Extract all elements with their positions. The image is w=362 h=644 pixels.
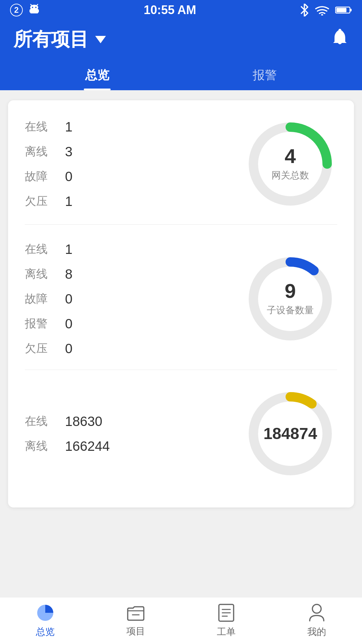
stat-row: 离线 3 (25, 144, 99, 159)
nav-item-project[interactable]: 项目 (90, 604, 181, 638)
header-title-group[interactable]: 所有项目 (13, 27, 106, 52)
gateway-donut-center: 4 网关总数 (272, 146, 309, 182)
bluetooth-icon (300, 4, 309, 16)
stat-row: 报警 0 (25, 316, 99, 331)
nav-label-workorder: 工单 (217, 626, 236, 638)
svg-rect-11 (336, 8, 346, 12)
sensor-chart: 184874 (243, 387, 337, 481)
svg-rect-1 (30, 9, 38, 13)
wifi-icon (315, 5, 329, 15)
nav-label-project: 项目 (126, 625, 145, 638)
stat-row: 故障 0 (25, 291, 99, 307)
stat-row: 离线 8 (25, 266, 99, 282)
tab-alarm[interactable]: 报警 (181, 59, 349, 90)
gateway-chart: 4 网关总数 (243, 117, 337, 211)
status-bar: 2 10:55 AM (0, 0, 362, 20)
status-time: 10:55 AM (144, 3, 196, 17)
sensor-donut-center: 184874 (263, 426, 317, 442)
gateway-section: 在线 1 离线 3 故障 0 欠压 1 (8, 100, 354, 224)
nav-item-workorder[interactable]: 工单 (181, 603, 272, 638)
nav-label-mine: 我的 (307, 626, 326, 638)
person-icon (308, 603, 325, 622)
bell-icon[interactable] (331, 28, 349, 51)
status-bar-right (300, 4, 352, 16)
header-title-row: 所有项目 (13, 27, 349, 59)
gateway-stats: 在线 1 离线 3 故障 0 欠压 1 (25, 119, 99, 209)
folder-icon (126, 604, 145, 622)
stat-row: 在线 18630 (25, 414, 110, 429)
main-content: 在线 1 离线 3 故障 0 欠压 1 (0, 90, 362, 518)
android-icon (28, 4, 40, 16)
tab-bar: 总览 报警 (13, 59, 349, 90)
svg-point-2 (32, 7, 33, 8)
subdevice-chart: 9 子设备数量 (243, 252, 337, 346)
bottom-nav: 总览 项目 工单 我的 (0, 597, 362, 644)
stat-row: 欠压 1 (25, 194, 99, 209)
nav-item-mine[interactable]: 我的 (272, 603, 362, 638)
subdevice-section: 在线 1 离线 8 故障 0 报警 0 欠压 0 (8, 225, 354, 370)
svg-line-4 (31, 4, 32, 5)
pie-icon (36, 603, 55, 622)
list-icon (218, 603, 235, 622)
status-bar-left: 2 (10, 4, 40, 16)
header: 所有项目 总览 报警 (0, 20, 362, 90)
subdevice-donut-center: 9 子设备数量 (267, 281, 314, 317)
svg-point-3 (35, 7, 37, 8)
svg-point-12 (339, 29, 341, 32)
nav-label-overview: 总览 (36, 626, 55, 638)
svg-point-8 (321, 14, 323, 15)
svg-rect-7 (38, 9, 39, 12)
stat-row: 在线 1 (25, 241, 99, 257)
stat-row: 故障 0 (25, 169, 99, 184)
page-title: 所有项目 (13, 27, 88, 52)
subdevice-stats: 在线 1 离线 8 故障 0 报警 0 欠压 0 (25, 241, 99, 356)
dropdown-chevron[interactable] (95, 36, 106, 43)
sensor-stats: 在线 18630 离线 166244 (25, 414, 110, 454)
overview-card: 在线 1 离线 3 故障 0 欠压 1 (8, 100, 354, 507)
notification-badge: 2 (10, 4, 23, 16)
svg-rect-10 (350, 9, 352, 11)
tab-overview[interactable]: 总览 (13, 59, 181, 90)
stat-row: 欠压 0 (25, 341, 99, 356)
svg-rect-6 (29, 9, 31, 12)
svg-line-5 (37, 4, 38, 5)
svg-point-23 (312, 604, 321, 613)
stat-row: 离线 166244 (25, 438, 110, 454)
stat-row: 在线 1 (25, 119, 99, 135)
nav-item-overview[interactable]: 总览 (0, 603, 90, 638)
battery-icon (335, 6, 352, 14)
sensor-section: 在线 18630 离线 166244 184874 (8, 370, 354, 507)
